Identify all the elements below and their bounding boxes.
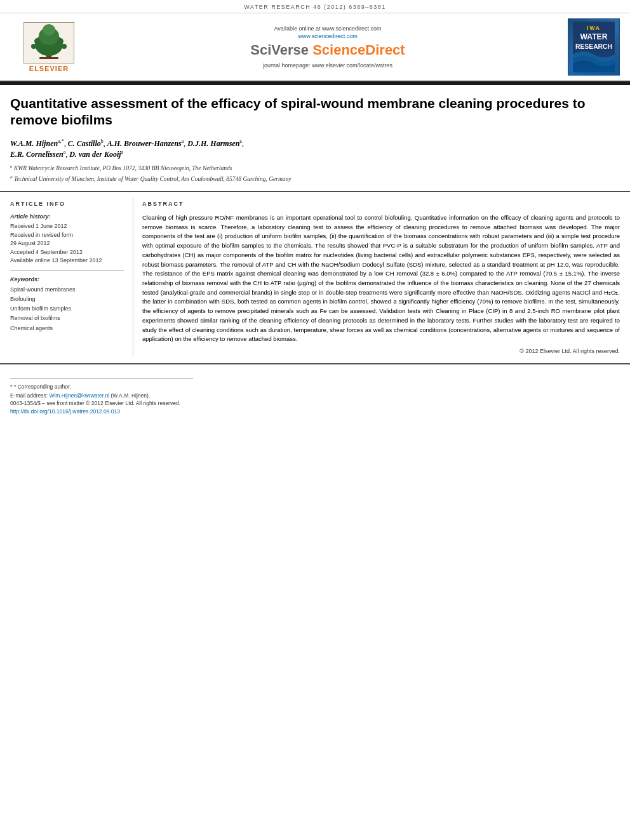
available-online-text: Available online at www.sciencedirect.co… xyxy=(274,25,382,32)
svg-text:IWA: IWA xyxy=(587,25,601,31)
received-date-2: 29 August 2012 xyxy=(10,239,124,248)
doi-link[interactable]: http://dx.doi.org/10.1016/j.watres.2012.… xyxy=(10,408,120,415)
corresponding-author-label: * Corresponding author. xyxy=(14,383,71,390)
author-cornelissen: E.R. Cornelissen xyxy=(10,150,64,159)
two-column-section: ARTICLE INFO Article history: Received 1… xyxy=(0,192,630,364)
footnote-star-icon: * xyxy=(10,383,13,390)
keyword-3: Uniform biofilm samples xyxy=(10,304,124,314)
svg-text:WATER: WATER xyxy=(580,32,607,41)
elsevier-logo: ELSEVIER xyxy=(23,22,74,72)
received-revised-label: Received in revised form xyxy=(10,231,124,240)
affil-sup-6: a xyxy=(121,149,124,155)
affil-line-a: a KWR Watercycle Research Institute, PO … xyxy=(10,164,620,173)
keyword-1: Spiral-wound membranes xyxy=(10,285,124,295)
header-middle: Available online at www.sciencedirect.co… xyxy=(90,18,565,76)
affiliations: a KWR Watercycle Research Institute, PO … xyxy=(10,164,620,183)
elsevier-logo-area: ELSEVIER xyxy=(8,18,90,76)
journal-homepage-text: journal homepage: www.elsevier.com/locat… xyxy=(263,62,392,69)
abstract-text: Cleaning of high pressure RO/NF membrane… xyxy=(142,213,620,344)
footnote-issn: 0043-1354/$ – see front matter © 2012 El… xyxy=(10,399,620,408)
header-section: ELSEVIER Available online at www.science… xyxy=(0,13,630,82)
email-suffix: (W.A.M. Hijnen). xyxy=(109,392,150,399)
sciencedirect-brand: SciVerse ScienceDirect xyxy=(250,42,405,58)
keywords-label: Keywords: xyxy=(10,276,124,283)
water-research-badge-area: IWA WATER RESEARCH xyxy=(565,18,622,76)
sciencedirect-text: ScienceDirect xyxy=(309,42,405,58)
author-harmsen: D.J.H. Harmsen xyxy=(187,139,239,148)
article-info-label: ARTICLE INFO xyxy=(10,201,124,207)
affil-sup-5: a xyxy=(64,149,66,155)
author-castillo: C. Castillo xyxy=(68,139,101,148)
svg-point-8 xyxy=(57,38,64,44)
available-online-date: Available online 13 September 2012 xyxy=(10,257,124,265)
email-link[interactable]: Wim.Hijnen@kwrwater.nl xyxy=(49,392,109,399)
svg-rect-6 xyxy=(39,57,58,59)
affil-line-b: b Technical University of München, Insti… xyxy=(10,175,620,183)
footnote-separator xyxy=(10,378,193,379)
footer-section: * * Corresponding author. E-mail address… xyxy=(0,364,630,422)
authors-line: W.A.M. Hijnena,*, C. Castillob, A.H. Bro… xyxy=(10,138,620,161)
elsevier-brand-text: ELSEVIER xyxy=(29,65,69,72)
keyword-5: Chemical agents xyxy=(10,324,124,333)
svg-text:RESEARCH: RESEARCH xyxy=(575,43,612,50)
abstract-column: ABSTRACT Cleaning of high pressure RO/NF… xyxy=(133,198,630,357)
page-wrapper: WATER RESEARCH 46 (2012) 6369–6381 xyxy=(0,0,630,840)
footnote-email: E-mail address: Wim.Hijnen@kwrwater.nl (… xyxy=(10,392,620,400)
received-date-1: Received 1 June 2012 xyxy=(10,222,124,231)
svg-point-5 xyxy=(43,24,55,36)
author-brouwer: A.H. Brouwer-Hanzens xyxy=(107,139,182,148)
title-section: Quantitative assessment of the efficacy … xyxy=(0,85,630,192)
sciencedirect-url[interactable]: www.sciencedirect.com xyxy=(298,33,358,39)
keyword-4: Removal of biofilms xyxy=(10,314,124,323)
copyright-line: © 2012 Elsevier Ltd. All rights reserved… xyxy=(142,348,620,354)
journal-bar: WATER RESEARCH 46 (2012) 6369–6381 xyxy=(0,0,630,13)
abstract-label: ABSTRACT xyxy=(142,201,620,207)
footnote-doi: http://dx.doi.org/10.1016/j.watres.2012.… xyxy=(10,408,620,416)
footnote-corresponding: * * Corresponding author. xyxy=(10,383,620,392)
elsevier-tree-icon xyxy=(23,22,74,63)
affil-sup-2: b xyxy=(101,138,104,144)
svg-point-9 xyxy=(31,44,36,49)
author-kooij: D. van der Kooij xyxy=(69,150,121,159)
water-research-badge: IWA WATER RESEARCH xyxy=(568,18,620,76)
author-hijnen: W.A.M. Hijnen xyxy=(10,139,58,148)
svg-point-10 xyxy=(62,44,67,49)
svg-point-7 xyxy=(34,38,41,44)
affil-sup-3: a xyxy=(182,138,184,144)
article-history-label: Article history: xyxy=(10,213,124,220)
affil-sup-4: a xyxy=(239,138,242,144)
article-info-column: ARTICLE INFO Article history: Received 1… xyxy=(0,198,133,357)
accepted-date: Accepted 4 September 2012 xyxy=(10,248,124,257)
sciverse-text: SciVerse xyxy=(250,42,309,58)
divider-line xyxy=(10,270,124,271)
email-label: E-mail address: xyxy=(10,392,49,399)
article-title: Quantitative assessment of the efficacy … xyxy=(10,95,620,129)
keyword-2: Biofouling xyxy=(10,295,124,304)
badge-icon: IWA WATER RESEARCH xyxy=(572,22,616,72)
affil-sup-1: a,* xyxy=(58,138,64,144)
journal-citation: WATER RESEARCH 46 (2012) 6369–6381 xyxy=(244,4,386,10)
